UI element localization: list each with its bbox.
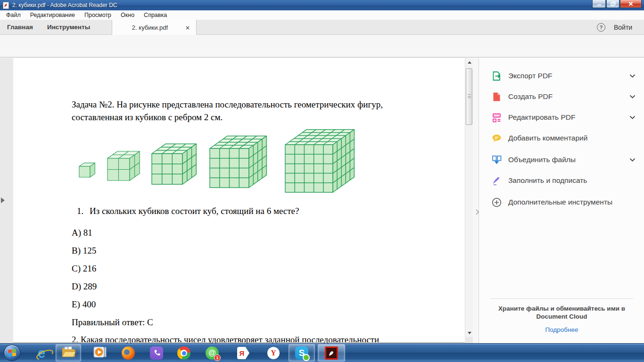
tool-export-pdf[interactable]: Экспорт PDF [490,69,636,83]
main-toolbar: 1 / 2 108% [0,35,644,58]
option-e: E) 400 [72,299,96,310]
panel-gutter [473,58,479,343]
navigation-pane-toggle-icon[interactable] [1,197,5,203]
taskbar-yandex-browser[interactable]: Я [231,344,256,362]
yandex-browser-icon: Я [237,347,249,359]
tab-bar: Главная Инструменты 2. кубики.pdf [0,20,644,35]
taskbar-internet-explorer[interactable]: e [29,344,54,362]
option-d: D) 289 [72,281,97,292]
pdf-page: Задача №2. На рисунке представлена после… [13,58,465,343]
chevron-down-icon[interactable] [629,115,636,120]
tool-edit-pdf[interactable]: Редактировать PDF [490,110,636,124]
taskbar-media-player[interactable] [88,344,112,362]
taskbar-skype[interactable]: S [289,344,315,362]
tab-close-icon[interactable] [183,23,192,33]
yandex-icon: Y [267,347,280,359]
document-area: Задача №2. На рисунке представлена после… [0,58,479,343]
question-number: 1. [77,206,83,216]
chevron-down-icon[interactable] [629,74,636,78]
internet-explorer-icon: e [38,346,45,360]
cubes-figure [66,128,382,199]
chevron-down-icon[interactable] [629,158,636,162]
add-comment-icon [490,133,503,144]
promo-title: Храните файлы и обменивайтесь ими в Docu… [492,304,631,321]
minimize-button[interactable] [592,0,606,8]
tab-tools[interactable]: Инструменты [47,20,90,35]
pdf-file-icon [3,2,9,9]
page-edge-line [13,342,465,343]
tool-label: Редактировать PDF [508,113,575,122]
tool-create-pdf[interactable]: Создать PDF [490,90,636,104]
icq-icon: @ 1 [206,346,219,360]
combine-files-icon [490,155,503,165]
option-c: C) 216 [72,263,96,274]
scroll-down-icon[interactable] [465,329,473,337]
export-pdf-icon [490,71,503,82]
option-b: B) 125 [72,246,96,256]
menu-window[interactable]: Окно [116,10,139,20]
chrome-icon [177,346,190,360]
taskbar: e @ 1 Я [0,343,644,362]
tools-panel: Экспорт PDF Создать PDF Редактировать PD… [479,58,644,343]
tab-home[interactable]: Главная [7,20,33,35]
tab-document[interactable]: 2. кубики.pdf [112,20,197,35]
taskbar-yandex[interactable]: Y [261,344,286,362]
menu-help[interactable]: Справка [139,10,172,20]
tool-label: Экспорт PDF [508,72,553,80]
scrollbar-thumb[interactable] [466,68,472,125]
tool-label: Добавить комментарий [508,134,587,142]
tool-combine-files[interactable]: Объединить файлы [490,153,636,167]
taskbar-firefox[interactable] [116,344,140,362]
answer-line: Правильный ответ: C [72,317,153,328]
promo-separator [490,298,633,299]
more-tools-icon [490,197,503,208]
fill-sign-icon [490,175,503,186]
help-icon[interactable]: ? [597,23,605,32]
sign-in-button[interactable]: Войти [614,24,632,31]
tool-label: Дополнительные инструменты [508,198,612,206]
menu-file[interactable]: Файл [0,10,25,20]
close-button[interactable] [620,0,642,8]
title-bar: 2. кубики.pdf - Adobe Acrobat Reader DC [0,0,644,10]
tab-document-label: 2. кубики.pdf [112,24,183,31]
firefox-icon [122,346,135,360]
edit-pdf-icon [490,112,503,123]
menu-bar: Файл Редактирование Просмотр Окно Справк… [0,10,644,20]
tool-label: Заполнить и подписать [508,176,587,185]
taskbar-acrobat[interactable] [318,344,345,362]
folder-icon [61,346,76,360]
tool-more-tools[interactable]: Дополнительные инструменты [490,195,636,209]
taskbar-viber[interactable] [144,344,169,362]
create-pdf-icon [490,91,503,102]
acrobat-reader-window: 2. кубики.pdf - Adobe Acrobat Reader DC … [0,0,644,362]
taskbar-icq[interactable]: @ 1 [200,344,224,362]
problem-intro-line1: Задача №2. На рисунке представлена после… [72,99,383,110]
restore-button[interactable] [606,0,619,8]
promo-link[interactable]: Подробнее [492,326,631,333]
menu-edit[interactable]: Редактирование [25,10,80,20]
vertical-scrollbar[interactable] [465,58,473,337]
taskbar-chrome[interactable] [172,344,196,362]
windows-logo-icon [8,349,16,357]
tool-label: Объединить файлы [508,156,576,164]
viber-icon [150,346,163,360]
tool-label: Создать PDF [508,92,553,101]
tool-add-comment[interactable]: Добавить комментарий [490,131,636,145]
start-button[interactable] [4,345,20,361]
chevron-down-icon[interactable] [629,95,636,99]
window-title: 2. кубики.pdf - Adobe Acrobat Reader DC [12,2,117,8]
taskbar-windows-explorer[interactable] [56,344,81,362]
question-text: Из скольких кубиков состоит куб, стоящий… [90,206,299,216]
acrobat-icon [325,346,338,360]
media-player-icon [93,346,107,361]
unread-badge: 1 [214,354,221,361]
problem-intro-line2: составленная из кубиков с ребром 2 см. [72,112,223,123]
scroll-up-icon[interactable] [465,58,473,66]
option-a: A) 81 [72,228,92,238]
tool-fill-sign[interactable]: Заполнить и подписать [490,173,636,188]
skype-icon: S [295,346,308,360]
menu-view[interactable]: Просмотр [80,10,116,20]
